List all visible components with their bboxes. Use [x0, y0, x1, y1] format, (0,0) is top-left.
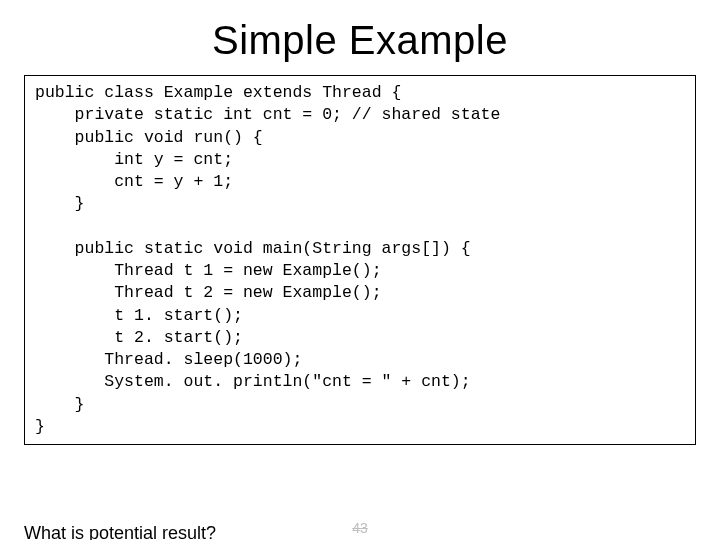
code-listing: public class Example extends Thread { pr… [35, 82, 685, 438]
slide-title: Simple Example [0, 18, 720, 63]
page-number: 43 [352, 520, 368, 536]
slide: Simple Example public class Example exte… [0, 18, 720, 540]
question-text: What is potential result? [24, 523, 216, 540]
code-box: public class Example extends Thread { pr… [24, 75, 696, 445]
